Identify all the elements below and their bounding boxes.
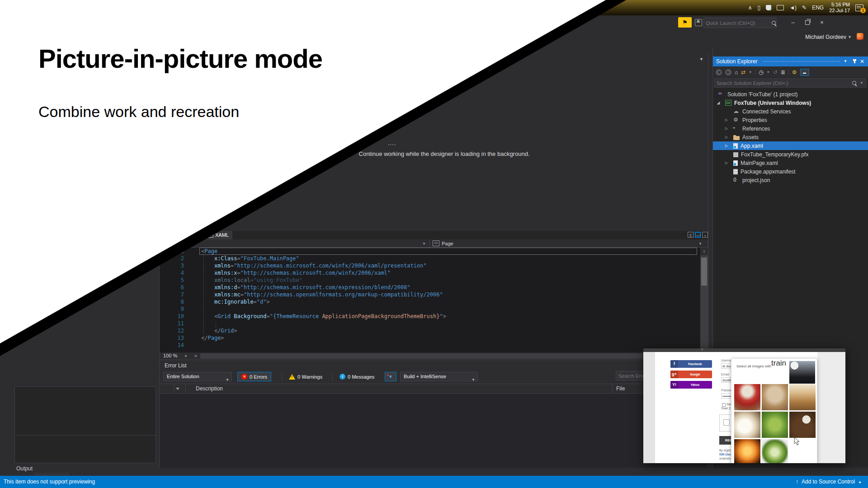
notifications-flag-button[interactable]: ⚑ bbox=[678, 17, 692, 28]
code-line[interactable]: 14 bbox=[160, 342, 708, 349]
zoom-level-dropdown[interactable]: 100 % bbox=[163, 353, 177, 358]
minimize-button[interactable]: – bbox=[787, 18, 799, 27]
code-line[interactable]: 4 xmlns:x="http://schemas.microsoft.com/… bbox=[160, 269, 708, 277]
tree-item-solution-foxtube-1-project[interactable]: Solution 'FoxTube' (1 project) bbox=[713, 90, 868, 99]
tab-overflow-chevron-down-icon[interactable]: ▼ bbox=[699, 57, 703, 61]
nav-bar-element-dropdown[interactable]: <> Page ▼ bbox=[430, 239, 708, 247]
code-line[interactable]: 7 xmlns:mc="http://schemas.openxmlformat… bbox=[160, 291, 708, 298]
build-filter-dropdown[interactable]: Build + IntelliSense▼ bbox=[400, 372, 478, 381]
close-button[interactable]: × bbox=[816, 18, 828, 27]
restore-button[interactable] bbox=[801, 18, 814, 27]
expander-closed-icon[interactable]: ▷ bbox=[725, 161, 733, 165]
close-icon[interactable]: ✕ bbox=[860, 56, 864, 66]
forward-button[interactable]: ▶ bbox=[725, 69, 731, 75]
column-file[interactable]: File bbox=[616, 385, 625, 392]
quick-launch-input[interactable] bbox=[704, 20, 772, 26]
tray-chevron-icon[interactable]: ∧ bbox=[748, 5, 752, 10]
chevron-down-icon[interactable]: ▼ bbox=[767, 70, 770, 74]
chevron-down-icon[interactable]: ▼ bbox=[184, 354, 188, 358]
hscroll-left-arrow[interactable]: ◀ bbox=[194, 354, 197, 358]
glowing-orange-bowl-tile[interactable] bbox=[734, 439, 760, 463]
quick-launch-box[interactable] bbox=[703, 18, 777, 28]
facebook-login-button[interactable]: fFacebook bbox=[670, 360, 712, 368]
green-salad-tile[interactable] bbox=[762, 412, 788, 438]
expander-closed-icon[interactable]: ▷ bbox=[725, 135, 733, 139]
tray-clock[interactable]: 5:16 PM 22-Jul-17 bbox=[829, 2, 850, 14]
yahoo-login-button[interactable]: Y!Yahoo bbox=[670, 381, 712, 389]
horizontal-split-button[interactable]: — bbox=[695, 232, 701, 238]
vertical-split-button[interactable]: ▯ bbox=[688, 232, 693, 238]
tree-item-assets[interactable]: ▷Assets bbox=[713, 133, 868, 141]
avatar[interactable] bbox=[857, 33, 863, 40]
tree-item-project-json[interactable]: project.json bbox=[713, 176, 868, 184]
column-description[interactable]: Description bbox=[196, 385, 223, 392]
recaptcha-checkbox[interactable] bbox=[723, 419, 730, 426]
editor-splitter-handle[interactable]: ↕ bbox=[700, 248, 708, 256]
tree-item-mainpage-xaml[interactable]: ▷MainPage.xaml bbox=[713, 159, 868, 167]
errors-filter-button[interactable]: ✕ 0 Errors bbox=[237, 372, 271, 381]
code-line[interactable]: 1<Page bbox=[160, 248, 708, 255]
collapse-pane-button[interactable]: ⌄ bbox=[702, 232, 708, 238]
pancakes-with-coffee-tile[interactable] bbox=[789, 384, 816, 410]
collapse-all-button[interactable]: ≣ bbox=[781, 70, 785, 75]
tree-item-properties[interactable]: ▷Properties bbox=[713, 116, 868, 124]
window-position-chevron-down-icon[interactable]: ▼ bbox=[844, 56, 847, 66]
home-button[interactable]: ⌂ bbox=[735, 70, 738, 75]
language-indicator[interactable]: ENG bbox=[812, 5, 824, 10]
code-line[interactable]: 12 </Grid> bbox=[160, 327, 708, 334]
tree-item-foxtube-universal-windows[interactable]: ◢FoxTube (Universal Windows) bbox=[713, 99, 868, 107]
coffee-cup-with-cookie-tile[interactable] bbox=[789, 439, 816, 463]
picture-in-picture-overlay[interactable]: + fFacebookg+GoogleY!Yahoo Usernam dr do… bbox=[643, 348, 845, 463]
feedback-icon[interactable] bbox=[695, 19, 702, 26]
add-to-source-control-button[interactable]: ↑ Add to Source Control ▲ bbox=[796, 479, 862, 485]
newsletter-checkbox[interactable] bbox=[722, 403, 726, 407]
tab-output[interactable]: Output bbox=[16, 465, 33, 472]
error-list-body[interactable] bbox=[160, 394, 708, 468]
salad-plate-tile[interactable] bbox=[762, 439, 788, 463]
expander-open-icon[interactable]: ◢ bbox=[717, 101, 725, 105]
solution-explorer-title-bar[interactable]: Solution Explorer ▼ ✕ bbox=[713, 56, 868, 66]
code-line[interactable]: 5 xmlns:local="using:FoxTube" bbox=[160, 277, 708, 284]
expander-closed-icon[interactable]: ▷ bbox=[725, 127, 733, 131]
pen-icon[interactable]: ✎ bbox=[802, 5, 807, 10]
back-button[interactable]: ◀ bbox=[716, 69, 722, 75]
chevron-down-icon[interactable]: ▼ bbox=[860, 81, 863, 85]
tree-item-connected-services[interactable]: Connected Services bbox=[713, 107, 868, 116]
scrollbar-thumb[interactable] bbox=[701, 258, 707, 286]
expander-closed-icon[interactable]: ▷ bbox=[725, 118, 733, 122]
caramel-frappe-tile[interactable] bbox=[762, 384, 788, 410]
security-shield-icon[interactable] bbox=[766, 5, 771, 10]
pin-icon[interactable] bbox=[854, 59, 855, 63]
code-line[interactable]: 13</Page> bbox=[160, 334, 708, 342]
tree-item-package-appxmanifest[interactable]: Package.appxmanifest bbox=[713, 167, 868, 176]
tree-item-app-xaml[interactable]: ▷App.xaml bbox=[713, 141, 868, 150]
action-center-icon[interactable]: 1 bbox=[855, 5, 863, 11]
xaml-code-editor[interactable]: 1<Page2 x:Class="FoxTube.MainPage"3 xmln… bbox=[160, 248, 708, 352]
preview-selected-items-button[interactable]: ▬ bbox=[800, 69, 809, 76]
coffee-beans-and-cup-tile[interactable] bbox=[789, 412, 816, 438]
warnings-filter-button[interactable]: 0 Warnings bbox=[285, 372, 326, 381]
vertical-scrollbar[interactable]: ↕ ▼ bbox=[700, 248, 708, 352]
properties-wrench-button[interactable]: ⚙ bbox=[792, 70, 797, 75]
chevron-down-icon[interactable]: ▼ bbox=[749, 70, 752, 74]
code-line[interactable]: 10 <Grid Background="{ThemeResource Appl… bbox=[160, 313, 708, 320]
code-line[interactable]: 6 xmlns:d="http://schemas.microsoft.com/… bbox=[160, 284, 708, 291]
code-line[interactable]: 8 mc:Ignorable="d"> bbox=[160, 298, 708, 305]
usb-device-icon[interactable]: ▯ bbox=[758, 5, 761, 10]
column-filter-icon[interactable] bbox=[176, 388, 179, 390]
solution-explorer-search-box[interactable]: ▼ bbox=[714, 78, 867, 88]
volume-icon[interactable]: ◄) bbox=[789, 5, 797, 10]
expander-closed-icon[interactable]: ▷ bbox=[725, 144, 733, 148]
code-line[interactable]: 11 bbox=[160, 320, 708, 327]
signed-in-user[interactable]: Michael Gordeev bbox=[805, 34, 846, 40]
user-menu-chevron-down-icon[interactable]: ▼ bbox=[848, 35, 852, 39]
filter-button[interactable]: ▼ bbox=[385, 372, 396, 381]
sync-with-active-document-button[interactable]: ⇄ bbox=[741, 70, 745, 75]
code-line[interactable]: 3 xmlns="http://schemas.microsoft.com/wi… bbox=[160, 262, 708, 269]
strawberry-cake-tile[interactable] bbox=[734, 384, 760, 410]
error-scope-dropdown[interactable]: Entire Solution▼ bbox=[163, 372, 232, 381]
pending-changes-filter-button[interactable]: ◷ bbox=[759, 70, 763, 75]
tree-item-references[interactable]: ▷References bbox=[713, 124, 868, 133]
code-line[interactable]: 2 x:Class="FoxTube.MainPage" bbox=[160, 255, 708, 262]
tree-item-foxtube-temporarykey-pfx[interactable]: FoxTube_TemporaryKey.pfx bbox=[713, 150, 868, 159]
